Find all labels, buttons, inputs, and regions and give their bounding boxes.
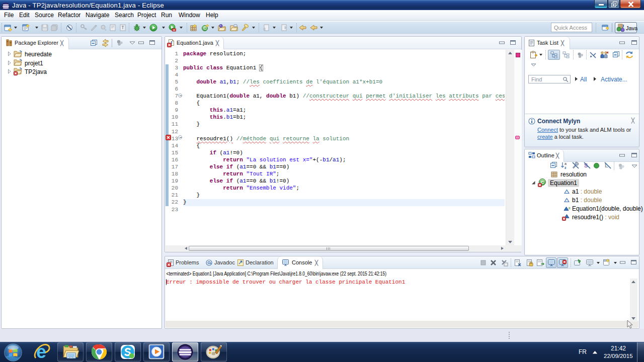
svg-text:a: a [565,162,567,165]
svg-text:z: z [565,166,567,169]
svg-text:c: c [569,206,571,210]
svg-text:J: J [622,24,624,29]
svg-text:C: C [203,26,207,31]
